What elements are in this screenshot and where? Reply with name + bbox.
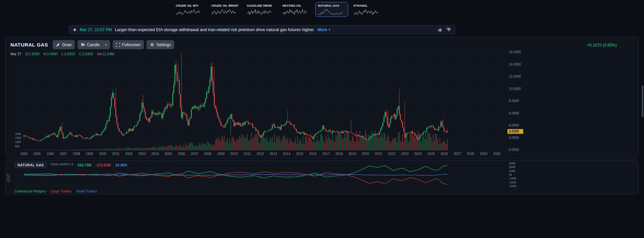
candle-dropdown-label: Candle [87, 43, 100, 47]
tab-sparkline [211, 9, 236, 15]
ohlc-open: O2.9290 [25, 52, 40, 56]
tab-label: CRUDE OIL BRENT [211, 4, 239, 7]
ohlc-low: L2.8250 [62, 52, 75, 56]
draw-button-label: Draw [62, 43, 71, 47]
tab-crude-oil-brent[interactable]: CRUDE OIL BRENT [209, 2, 241, 17]
tab-sparkline [176, 9, 201, 15]
news-text: Larger-than-expected EIA storage withdra… [115, 27, 314, 32]
tab-sparkline [247, 9, 272, 15]
ohlc-high: H3.4940 [44, 52, 58, 56]
chevron-down-icon: ▾ [105, 43, 107, 47]
tab-label: HEATING OIL [282, 4, 310, 7]
news-more-link[interactable]: More + [318, 27, 331, 32]
cot-symbol-chip[interactable]: NATURAL GAS [14, 162, 47, 168]
price-chart-panel: NATURAL GAS Draw Candle ▾ Fullscreen Set… [5, 37, 639, 159]
price-change-badge: +0.1070 (3.65%) [587, 43, 617, 48]
tab-label: CRUDE OIL WTI [176, 4, 203, 7]
chart-title: NATURAL GAS [10, 42, 48, 48]
chart-toolbar: NATURAL GAS Draw Candle ▾ Fullscreen Set… [10, 40, 174, 49]
tab-sparkline [318, 9, 343, 15]
ohlc-close: C3.0350 [79, 52, 93, 56]
cot-unit-label: 10000 MMBTU'S [51, 163, 73, 166]
cot-legend: Commercial HedgersLarge TradersSmall Tra… [14, 189, 97, 193]
candle-icon [81, 43, 85, 47]
ohlc-date: Mar 27 [10, 52, 21, 56]
cot-large-value: -172.61K [96, 163, 111, 167]
tab-gasoline-rbob[interactable]: GASOLINE RBOB [244, 2, 277, 17]
fullscreen-button[interactable]: Fullscreen [113, 40, 144, 49]
tab-label: NATURAL GAS [318, 4, 345, 7]
cot-commercial-value: 152.75K [77, 163, 92, 167]
tab-label: GASOLINE RBOB [247, 4, 274, 7]
cot-panel: COT NATURAL GAS 10000 MMBTU'S 152.75K -1… [5, 160, 639, 194]
pencil-icon [56, 43, 60, 47]
tab-heating-oil[interactable]: HEATING OIL [280, 2, 313, 17]
candle-type-dropdown[interactable]: Candle ▾ [77, 40, 110, 49]
tab-natural-gas[interactable]: NATURAL GAS [315, 2, 348, 17]
draw-button[interactable]: Draw [53, 40, 75, 49]
sparkle-icon [73, 28, 77, 32]
legend-item-large-traders[interactable]: Large Traders [51, 189, 71, 193]
legend-item-commercial-hedgers[interactable]: Commercial Hedgers [14, 189, 46, 193]
tab-crude-oil-wti[interactable]: CRUDE OIL WTI [173, 2, 206, 17]
ohlc-volume: Vol11.04M [97, 52, 114, 56]
tab-sparkline [282, 9, 307, 15]
gear-icon [150, 43, 154, 47]
news-bar: Mar 27, 10:07 PM Larger-than-expected EI… [69, 25, 455, 34]
settings-button-label: Settings [156, 43, 171, 47]
scrollbar[interactable] [642, 85, 643, 117]
ohlc-readout: Mar 27 O2.9290 H3.4940 L2.8250 C3.0350 V… [10, 52, 114, 56]
commodity-tabs: CRUDE OIL WTICRUDE OIL BRENTGASOLINE RBO… [173, 2, 384, 17]
cot-axis-label: COT [7, 173, 10, 182]
thumbs-up-button[interactable] [438, 27, 442, 32]
fullscreen-icon [116, 43, 120, 47]
cot-header: NATURAL GAS 10000 MMBTU'S 152.75K -172.6… [14, 162, 127, 168]
news-actions [438, 27, 451, 32]
tab-ethanol[interactable]: ETHANOL [351, 2, 384, 17]
settings-button[interactable]: Settings [147, 40, 174, 49]
fullscreen-button-label: Fullscreen [122, 43, 141, 47]
legend-item-small-traders[interactable]: Small Traders [76, 189, 97, 193]
tab-sparkline [354, 9, 378, 15]
news-timestamp: Mar 27, 10:07 PM [80, 27, 112, 32]
cot-small-value: 19.86K [115, 163, 127, 167]
price-chart-canvas[interactable] [6, 51, 638, 158]
thumbs-down-button[interactable] [446, 27, 451, 32]
tab-label: ETHANOL [354, 4, 381, 7]
